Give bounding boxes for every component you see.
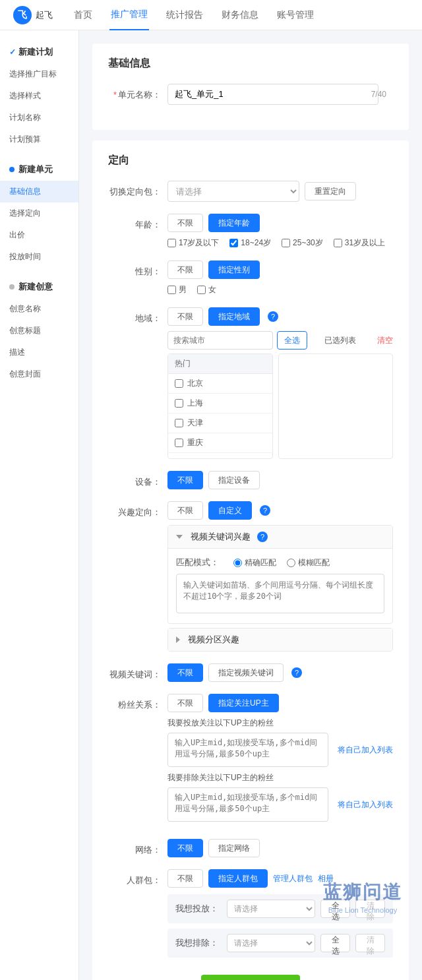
location-toggle-group: 不限 指定地域 ? [167, 307, 393, 326]
gender-row: 性别： 不限 指定性别 男 女 [108, 260, 393, 295]
match-fuzzy-radio[interactable] [287, 559, 295, 567]
interest-customize-btn[interactable]: 自定义 [208, 501, 252, 520]
match-precise-radio[interactable] [233, 559, 242, 567]
age-checkbox-0[interactable] [167, 239, 176, 247]
sidebar-item-plan-name[interactable]: 计划名称 [0, 107, 78, 129]
fans-invest-textarea[interactable] [167, 733, 328, 767]
fans-specify-btn[interactable]: 指定关注UP主 [208, 694, 279, 712]
video-keywords-help-icon[interactable]: ? [257, 532, 268, 542]
save-targeting-btn[interactable]: 保存定向包 [201, 975, 300, 980]
sidebar-item-creative-cover[interactable]: 创意封面 [0, 363, 78, 385]
gender-unlimited-btn[interactable]: 不限 [167, 260, 203, 279]
location-checkbox-shanghai[interactable] [175, 399, 183, 408]
location-help-icon[interactable]: ? [268, 311, 278, 322]
nav-promote[interactable]: 推广管理 [109, 0, 149, 30]
device-row: 设备： 不限 指定设备 [108, 471, 393, 489]
location-item-shanghai[interactable]: 上海 [168, 394, 272, 413]
fans-exclude-textarea[interactable] [167, 787, 328, 822]
interest-unlimited-btn[interactable]: 不限 [167, 501, 203, 520]
network-toggle-group: 不限 指定网络 [167, 839, 393, 857]
video-region-panel-header[interactable]: 视频分区兴趣 [168, 628, 392, 651]
video-keyword-toggle-group: 不限 指定视频关键词 ? [167, 663, 393, 682]
sidebar-item-creative-desc[interactable]: 描述 [0, 342, 78, 363]
location-item-chongqing[interactable]: 重庆 [168, 433, 272, 453]
sidebar-item-creative-title[interactable]: 创意标题 [0, 320, 78, 342]
age-option-2[interactable]: 25~30岁 [282, 237, 323, 249]
location-search-input[interactable] [167, 331, 273, 350]
location-checkbox-chongqing[interactable] [175, 439, 183, 447]
fans-unlimited-btn[interactable]: 不限 [167, 694, 203, 712]
age-checkbox-2[interactable] [282, 239, 290, 247]
location-item-tianjin[interactable]: 天津 [168, 413, 272, 433]
gender-checkbox-female[interactable] [197, 286, 206, 294]
sidebar-item-promo-goal[interactable]: 选择推广目标 [0, 63, 78, 85]
audience-manage-link[interactable]: 管理人群包 [273, 873, 313, 884]
watermark: 蓝狮问道 Blue Lion Technology [323, 880, 402, 914]
interest-toggle-group: 不限 自定义 ? [167, 501, 393, 520]
age-option-0[interactable]: 17岁及以下 [167, 237, 219, 249]
gender-checkbox-male[interactable] [167, 286, 176, 294]
sidebar-item-targeting[interactable]: 选择定向 [0, 202, 78, 224]
nav-account[interactable]: 账号管理 [276, 0, 315, 30]
device-specify-btn[interactable]: 指定设备 [208, 471, 260, 489]
video-keyword-content: 不限 指定视频关键词 ? [167, 663, 393, 682]
invest-audience-select[interactable]: 请选择 [227, 900, 315, 918]
fans-invest-link[interactable]: 将自己加入列表 [338, 745, 393, 756]
age-checkbox-3[interactable] [334, 239, 342, 247]
audience-unlimited-btn[interactable]: 不限 [167, 869, 203, 888]
sidebar-item-delivery-time[interactable]: 投放时间 [0, 246, 78, 268]
exclude-select-all-btn[interactable]: 全选 [320, 934, 350, 952]
age-unlimited-btn[interactable]: 不限 [167, 214, 203, 232]
age-specify-btn[interactable]: 指定年龄 [208, 214, 260, 232]
unit-name-input[interactable] [167, 84, 378, 105]
sidebar-item-creative-name[interactable]: 创意名称 [0, 298, 78, 320]
location-select-all-btn[interactable]: 全选 [277, 331, 307, 350]
network-specify-btn[interactable]: 指定网络 [208, 839, 260, 857]
sidebar-item-basic-info[interactable]: 基础信息 [0, 181, 78, 202]
device-content: 不限 指定设备 [167, 471, 393, 489]
gender-option-male[interactable]: 男 [167, 284, 187, 295]
unit-name-row: 单元名称： 7/40 [108, 84, 393, 105]
nav-home[interactable]: 首页 [73, 0, 94, 30]
video-keyword-unlimited-btn[interactable]: 不限 [167, 663, 203, 682]
audience-specify-btn[interactable]: 指定人群包 [208, 869, 268, 888]
exclude-clear-btn[interactable]: 清除 [355, 934, 385, 952]
location-item-beijing[interactable]: 北京 [168, 374, 272, 394]
video-keywords-panel-header[interactable]: 视频关键词兴趣 ? [168, 526, 392, 548]
location-unlimited-btn[interactable]: 不限 [167, 307, 203, 326]
nav-items: 首页 推广管理 统计报告 财务信息 账号管理 [73, 0, 315, 30]
keyword-textarea[interactable] [176, 574, 384, 613]
video-keyword-help-icon[interactable]: ? [291, 667, 302, 678]
fans-content: 不限 指定关注UP主 我要投放关注以下UP主的粉丝 将自己加入列表 我要排除关注… [167, 694, 393, 827]
exclude-audience-select[interactable]: 请选择 [227, 934, 315, 952]
age-option-1[interactable]: 18~24岁 [229, 237, 271, 249]
nav-finance[interactable]: 财务信息 [220, 0, 260, 30]
gender-label: 性别： [108, 260, 167, 278]
location-checkbox-tianjin[interactable] [175, 419, 183, 427]
device-unlimited-btn[interactable]: 不限 [167, 471, 203, 489]
unit-name-label: 单元名称： [108, 84, 167, 101]
video-keyword-specify-btn[interactable]: 指定视频关键词 [208, 663, 284, 682]
match-precise-option[interactable]: 精确匹配 [233, 557, 276, 568]
age-option-3[interactable]: 31岁及以上 [334, 237, 385, 249]
sidebar-item-style[interactable]: 选择样式 [0, 85, 78, 107]
sidebar-item-plan-budget[interactable]: 计划预算 [0, 129, 78, 150]
match-mode-label: 匹配模式： [176, 557, 219, 568]
gender-content: 不限 指定性别 男 女 [167, 260, 393, 295]
gender-specify-btn[interactable]: 指定性别 [208, 260, 260, 279]
location-checkbox-beijing[interactable] [175, 379, 183, 388]
nav-stats[interactable]: 统计报告 [165, 0, 204, 30]
reset-targeting-btn[interactable]: 重置定向 [305, 182, 356, 200]
copy-targeting-select[interactable]: 请选择 [167, 181, 299, 202]
age-checkbox-1[interactable] [229, 239, 238, 247]
location-item-fujian[interactable]: 福建 [168, 453, 272, 459]
match-fuzzy-option[interactable]: 模糊匹配 [287, 557, 330, 568]
location-checkbox-fujian[interactable] [175, 458, 183, 459]
fans-exclude-link[interactable]: 将自己加入列表 [338, 799, 393, 811]
location-specify-btn[interactable]: 指定地域 [208, 307, 260, 326]
clear-location-btn[interactable]: 清空 [377, 335, 393, 346]
sidebar-item-bid[interactable]: 出价 [0, 224, 78, 246]
gender-option-female[interactable]: 女 [197, 284, 216, 295]
interest-help-icon[interactable]: ? [260, 505, 270, 516]
network-unlimited-btn[interactable]: 不限 [167, 839, 203, 857]
